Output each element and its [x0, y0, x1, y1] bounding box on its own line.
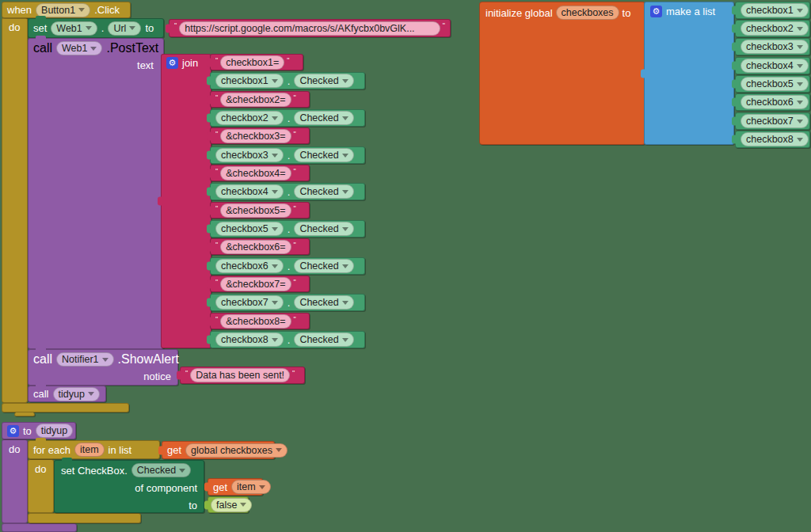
property-dropdown[interactable]: Checked — [294, 111, 353, 125]
component-dropdown[interactable]: checkbox5 — [741, 77, 809, 91]
property-dropdown[interactable]: Checked — [294, 148, 353, 162]
component-dropdown[interactable]: checkbox4 — [215, 184, 284, 199]
logic-value-dropdown[interactable]: false — [211, 498, 252, 512]
component-getter-block[interactable]: checkbox5.Checked — [210, 220, 365, 238]
logic-false-block[interactable]: false — [208, 496, 249, 513]
property-dropdown[interactable]: Url — [108, 21, 141, 36]
component-dropdown[interactable]: checkbox8 — [741, 132, 809, 146]
text-string-block[interactable]: "&checkbox7=" — [210, 276, 310, 292]
foreach-block[interactable]: for each item in list — [28, 440, 160, 459]
get-item-block[interactable]: get item — [208, 478, 263, 496]
property-dropdown[interactable]: Checked — [294, 184, 353, 199]
text-string-block[interactable]: "&checkbox5=" — [210, 202, 310, 218]
component-dropdown[interactable]: Web1 — [51, 21, 97, 36]
set-any-checkbox-checked-block[interactable]: set CheckBox. Checked of component to — [54, 460, 204, 513]
component-dropdown[interactable]: Web1 — [56, 41, 102, 55]
component-dropdown[interactable]: checkbox1 — [215, 74, 284, 88]
foreach-foot[interactable] — [28, 513, 141, 523]
component-block[interactable]: checkbox6 — [735, 93, 810, 111]
component-dropdown[interactable]: checkbox6 — [741, 95, 809, 109]
method-name-label: .PostText — [106, 41, 158, 55]
component-dropdown[interactable]: checkbox2 — [215, 111, 284, 125]
property-dropdown[interactable]: Checked — [294, 332, 353, 347]
procedure-name-field[interactable]: tidyup — [36, 424, 73, 438]
component-dropdown[interactable]: checkbox4 — [741, 59, 809, 73]
component-getter-block[interactable]: checkbox6.Checked — [210, 257, 365, 275]
string-field[interactable]: &checkbox8= — [220, 314, 291, 329]
text-string-block[interactable]: "&checkbox8=" — [210, 313, 310, 329]
to-keyword: to — [23, 425, 32, 437]
string-field[interactable]: &checkbox4= — [220, 166, 291, 180]
notice-text-string-block[interactable]: " Data has been sent! " — [180, 367, 305, 384]
component-getter-block[interactable]: checkbox8.Checked — [210, 331, 365, 348]
property-dropdown[interactable]: Checked — [294, 259, 353, 273]
text-string-block[interactable]: "checkbox1=" — [210, 54, 303, 70]
property-dropdown[interactable]: Checked — [131, 463, 191, 477]
component-dropdown[interactable]: checkbox5 — [215, 222, 284, 236]
get-global-checkboxes-block[interactable]: get global checkboxes — [162, 441, 275, 459]
text-string-block[interactable]: "&checkbox2=" — [210, 91, 310, 108]
init-global-block[interactable]: initialize global checkboxes to — [479, 2, 645, 145]
string-field[interactable]: &checkbox2= — [220, 93, 291, 107]
make-a-list-block[interactable]: ⚙ make a list — [644, 2, 734, 145]
component-dropdown[interactable]: checkbox6 — [215, 259, 284, 273]
component-getter-block[interactable]: checkbox1.Checked — [210, 72, 365, 89]
string-field[interactable]: &checkbox6= — [220, 240, 291, 254]
component-dropdown[interactable]: checkbox7 — [215, 295, 284, 310]
quote-mark: " — [294, 130, 296, 138]
join-block[interactable]: ⚙ join — [161, 54, 211, 348]
text-string-block[interactable]: "&checkbox6=" — [210, 238, 310, 255]
url-text-string-block[interactable]: " https://script.google.com/macros/s/AKf… — [169, 19, 451, 37]
do-label: do — [9, 443, 20, 455]
global-variable-name-field[interactable]: checkboxes — [556, 6, 619, 20]
url-string-field[interactable]: https://script.google.com/macros/s/AKfyc… — [179, 21, 440, 36]
call-posttext-block[interactable]: call Web1 .PostText text — [28, 38, 164, 349]
mutator-gear-icon[interactable]: ⚙ — [650, 6, 662, 17]
component-dropdown[interactable]: checkbox8 — [215, 332, 284, 347]
string-field[interactable]: Data has been sent! — [190, 368, 290, 382]
variable-dropdown[interactable]: global checkboxes — [185, 443, 287, 458]
variable-dropdown[interactable]: item — [231, 480, 271, 494]
component-dropdown[interactable]: checkbox2 — [741, 21, 809, 36]
component-block[interactable]: checkbox8 — [735, 131, 810, 148]
text-string-block[interactable]: "&checkbox3=" — [210, 127, 310, 144]
mutator-gear-icon[interactable]: ⚙ — [7, 425, 19, 437]
property-dropdown[interactable]: Checked — [294, 295, 353, 310]
component-getter-block[interactable]: checkbox4.Checked — [210, 183, 365, 200]
call-showalert-block[interactable]: call Notifier1 .ShowAlert notice — [28, 349, 178, 386]
when-block-foot[interactable] — [2, 403, 129, 412]
proc-foot[interactable] — [2, 523, 77, 532]
component-getter-block[interactable]: checkbox3.Checked — [210, 146, 365, 164]
component-dropdown[interactable]: checkbox7 — [741, 114, 809, 128]
procedure-dropdown[interactable]: tidyup — [53, 387, 100, 401]
component-dropdown[interactable]: checkbox3 — [741, 40, 809, 54]
when-button-click-block[interactable]: when Button1 .Click — [2, 2, 131, 18]
component-block[interactable]: checkbox1 — [735, 2, 810, 19]
component-dropdown[interactable]: Button1 — [36, 3, 90, 17]
mutator-gear-icon[interactable]: ⚙ — [166, 57, 178, 69]
property-dropdown[interactable]: Checked — [294, 222, 353, 236]
string-field[interactable]: &checkbox7= — [220, 277, 291, 291]
component-block[interactable]: checkbox2 — [735, 20, 810, 37]
component-dropdown[interactable]: Notifier1 — [56, 352, 114, 367]
text-string-block[interactable]: "&checkbox4=" — [210, 165, 310, 181]
set-web1-url-block[interactable]: set Web1 . Url to — [28, 18, 164, 38]
blocks-workspace[interactable]: when Button1 .Click do set Web1 . Url to… — [0, 0, 811, 532]
component-dropdown[interactable]: checkbox3 — [215, 148, 284, 162]
property-dropdown[interactable]: Checked — [294, 74, 353, 88]
component-getter-block[interactable]: checkbox2.Checked — [210, 109, 365, 127]
component-block[interactable]: checkbox7 — [735, 112, 810, 130]
loop-variable-field[interactable]: item — [74, 443, 105, 457]
dropdown-arrow-icon — [797, 9, 803, 13]
string-field[interactable]: &checkbox3= — [220, 129, 291, 143]
call-tidyup-block[interactable]: call tidyup — [28, 386, 106, 402]
component-getter-block[interactable]: checkbox7.Checked — [210, 294, 365, 311]
component-dropdown[interactable]: checkbox1 — [741, 3, 809, 17]
component-block[interactable]: checkbox4 — [735, 57, 810, 74]
string-field[interactable]: &checkbox5= — [220, 203, 291, 218]
component-block[interactable]: checkbox5 — [735, 75, 810, 93]
to-tidyup-block[interactable]: ⚙ to tidyup — [2, 422, 76, 439]
when-block-body[interactable] — [2, 17, 28, 403]
string-field[interactable]: checkbox1= — [220, 55, 284, 70]
component-block[interactable]: checkbox3 — [735, 38, 810, 55]
